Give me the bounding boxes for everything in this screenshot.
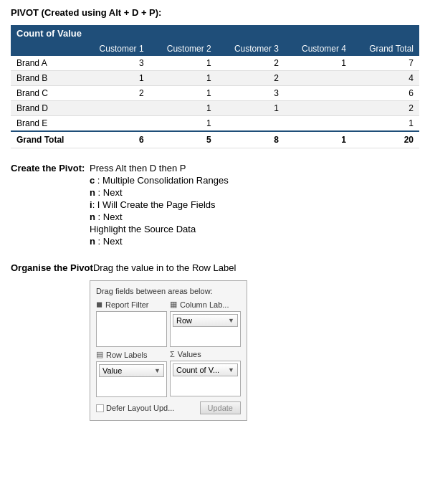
organise-label: Organise the Pivot xyxy=(11,262,93,273)
table-cell-total: 4 xyxy=(352,71,419,86)
organise-section: Organise the Pivot Drag the value in to … xyxy=(11,262,419,273)
instruction-step: c : Multiple Consolidation Ranges xyxy=(90,175,419,186)
report-filter-area: ◼ Report Filter xyxy=(96,300,167,347)
table-cell-c1 xyxy=(82,116,149,132)
row-dropdown-label: Row xyxy=(176,316,192,325)
instruction-step: n : Next xyxy=(90,236,419,247)
table-cell-c4 xyxy=(285,116,352,132)
col-header-customer3: Customer 3 xyxy=(217,42,285,56)
table-cell-c4: 1 xyxy=(285,56,352,71)
values-header: Σ Values xyxy=(170,350,241,358)
table-row: Brand A31217 xyxy=(11,56,419,71)
table-cell-c1: 2 xyxy=(82,86,149,101)
report-filter-label: Report Filter xyxy=(105,300,149,309)
table-cell-c4 xyxy=(285,101,352,116)
value-dropdown-label: Value xyxy=(102,366,122,375)
organise-description: Drag the value in to the Row Label xyxy=(93,262,236,273)
grand-total-cell-label: Grand Total xyxy=(11,131,82,148)
defer-layout-label: Defer Layout Upd... xyxy=(96,404,174,412)
table-cell-c4 xyxy=(285,71,352,86)
pivot-panel-footer: Defer Layout Upd... Update xyxy=(96,401,241,414)
column-labels-label: Column Lab... xyxy=(180,300,229,309)
count-dropdown-arrow: ▼ xyxy=(228,366,234,374)
count-of-value-header: Count of Value xyxy=(11,25,419,42)
table-cell-c2: 1 xyxy=(150,56,217,71)
row-dropdown[interactable]: Row ▼ xyxy=(173,314,238,327)
values-box: Count of V... ▼ xyxy=(170,361,241,396)
value-dropdown-arrow: ▼ xyxy=(154,367,161,374)
table-cell-c2: 1 xyxy=(150,71,217,86)
table-cell-c2: 1 xyxy=(150,101,217,116)
column-labels-area: ▦ Column Lab... Row ▼ xyxy=(170,300,241,347)
table-cell-label: Brand C xyxy=(11,86,82,101)
table-cell-c3: 2 xyxy=(217,71,285,86)
row-labels-header: ▤ Row Labels xyxy=(96,350,167,359)
table-cell-total: 7 xyxy=(352,56,419,71)
rows-icon: ▤ xyxy=(96,350,103,359)
table-cell-label: Brand E xyxy=(11,116,82,132)
instructions-steps: Press Alt then D then Pc : Multiple Cons… xyxy=(90,163,419,248)
row-labels-label: Row Labels xyxy=(106,351,147,359)
grand-total-cell-c2: 5 xyxy=(150,131,217,148)
pivot-table: Count of Value Customer 1 Customer 2 Cus… xyxy=(11,25,419,148)
instruction-step: Highlight the Source Data xyxy=(90,224,419,234)
column-labels-box: Row ▼ xyxy=(170,311,241,347)
table-cell-total: 1 xyxy=(352,116,419,132)
table-cell-c2: 1 xyxy=(150,86,217,101)
table-cell-label: Brand D xyxy=(11,101,82,116)
defer-text: Defer Layout Upd... xyxy=(106,404,174,412)
instruction-step: n : Next xyxy=(90,211,419,222)
table-cell-c1: 3 xyxy=(82,56,149,71)
table-cell-total: 2 xyxy=(352,101,419,116)
table-cell-total: 6 xyxy=(352,86,419,101)
table-cell-c3: 1 xyxy=(217,101,285,116)
table-cell-c3 xyxy=(217,116,285,132)
column-labels-header: ▦ Column Lab... xyxy=(170,300,241,309)
pivot-panel: Drag fields between areas below: ◼ Repor… xyxy=(90,280,247,421)
count-dropdown[interactable]: Count of V... ▼ xyxy=(173,363,238,376)
grand-total-cell-c4: 1 xyxy=(285,131,352,148)
grand-total-cell-c1: 6 xyxy=(82,131,149,148)
grand-total-row: Grand Total658120 xyxy=(11,131,419,148)
table-row: Brand D112 xyxy=(11,101,419,116)
table-cell-c3: 2 xyxy=(217,56,285,71)
col-header-customer4: Customer 4 xyxy=(285,42,352,56)
update-button[interactable]: Update xyxy=(200,401,241,414)
grand-total-cell-total: 20 xyxy=(352,131,419,148)
defer-checkbox[interactable] xyxy=(96,404,104,412)
col-header-grandtotal: Grand Total xyxy=(352,42,419,56)
instructions-section: Create the Pivot: Press Alt then D then … xyxy=(11,163,419,248)
instruction-step: i: I Will Create the Page Fields xyxy=(90,199,419,210)
table-cell-label: Brand B xyxy=(11,71,82,86)
table-cell-c1 xyxy=(82,101,149,116)
row-labels-box: Value ▼ xyxy=(96,361,167,397)
count-dropdown-label: Count of V... xyxy=(176,366,219,374)
instruction-step: n : Next xyxy=(90,187,419,198)
filter-icon: ◼ xyxy=(96,300,102,309)
table-row: Brand C2136 xyxy=(11,86,419,101)
col-header-brand xyxy=(11,42,82,56)
report-filter-box xyxy=(96,311,167,347)
table-cell-c3: 3 xyxy=(217,86,285,101)
col-header-customer1: Customer 1 xyxy=(82,42,149,56)
values-label: Values xyxy=(178,350,201,358)
table-row: Brand B1124 xyxy=(11,71,419,86)
sigma-icon: Σ xyxy=(170,350,175,358)
page-title: PIVOT (Created using Alt + D + P): xyxy=(11,7,419,18)
value-dropdown[interactable]: Value ▼ xyxy=(99,364,164,377)
pivot-panel-grid: ◼ Report Filter ▦ Column Lab... Row ▼ ▤ … xyxy=(96,300,241,397)
row-labels-area: ▤ Row Labels Value ▼ xyxy=(96,350,167,397)
row-dropdown-arrow: ▼ xyxy=(228,317,234,324)
table-cell-c2: 1 xyxy=(150,116,217,132)
table-row: Brand E11 xyxy=(11,116,419,132)
pivot-panel-title: Drag fields between areas below: xyxy=(96,287,241,295)
table-cell-label: Brand A xyxy=(11,56,82,71)
grand-total-cell-c3: 8 xyxy=(217,131,285,148)
table-cell-c1: 1 xyxy=(82,71,149,86)
create-pivot-label: Create the Pivot: xyxy=(11,163,90,173)
grid-icon: ▦ xyxy=(170,300,177,309)
col-header-customer2: Customer 2 xyxy=(150,42,217,56)
instruction-step: Press Alt then D then P xyxy=(90,163,419,173)
report-filter-header: ◼ Report Filter xyxy=(96,300,167,309)
values-area: Σ Values Count of V... ▼ xyxy=(170,350,241,397)
